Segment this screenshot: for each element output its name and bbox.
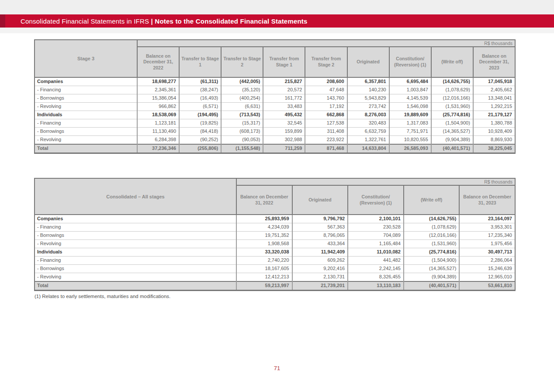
value-cell: 159,899 xyxy=(263,128,305,136)
value-cell: 17,192 xyxy=(305,103,347,111)
table-row: - Borrowings18,167,6059,202,4162,242,145… xyxy=(35,265,515,273)
row-label: - Revolving xyxy=(35,273,236,282)
value-cell: 127,538 xyxy=(305,119,347,128)
value-cell: 11,010,082 xyxy=(348,248,404,257)
value-cell: 13,110,183 xyxy=(348,281,404,291)
table-total-row: Total37,236,346(255,806)(1,155,548)711,2… xyxy=(35,144,515,153)
value-cell: (25,774,816) xyxy=(431,111,473,119)
column-header: Balance on December 31, 2022 xyxy=(137,47,179,77)
value-cell: 8,796,065 xyxy=(292,232,348,240)
value-cell: 17,235,340 xyxy=(459,232,515,240)
value-cell: (608,173) xyxy=(221,128,263,136)
value-cell: 273,742 xyxy=(347,103,389,111)
consolidated-table: Consolidated – All stages R$ thousands B… xyxy=(34,178,516,291)
value-cell: 37,236,346 xyxy=(137,144,179,153)
value-cell: (1,078,629) xyxy=(431,86,473,94)
row-label: - Financing xyxy=(35,257,236,265)
table-row: - Revolving966,862(6,571)(6,631)33,48317… xyxy=(35,103,515,111)
value-cell: (14,365,527) xyxy=(431,128,473,136)
value-cell: (12,016,166) xyxy=(404,232,460,240)
page-title: Consolidated Financial Statements in IFR… xyxy=(21,17,308,25)
value-cell: 711,259 xyxy=(263,144,305,153)
row-label: Individuals xyxy=(35,248,236,257)
value-cell: (14,626,755) xyxy=(404,215,460,223)
value-cell: (12,016,166) xyxy=(431,94,473,103)
value-cell: 19,889,609 xyxy=(389,111,431,119)
column-header: Transfer from Stage 2 xyxy=(305,47,347,77)
column-header: Balance on December 31, 2023 xyxy=(459,185,515,215)
row-label: - Financing xyxy=(35,223,236,232)
value-cell: (19,825) xyxy=(179,119,221,128)
value-cell: 6,357,801 xyxy=(347,77,389,86)
value-cell: (9,904,389) xyxy=(404,273,460,282)
stage3-table: Stage 3 R$ thousands Balance on December… xyxy=(34,39,516,154)
value-cell: 10,820,555 xyxy=(389,136,431,145)
value-cell: 1,380,788 xyxy=(473,119,515,128)
value-cell: 320,483 xyxy=(347,119,389,128)
row-label: Total xyxy=(35,281,236,291)
row-label: - Borrowings xyxy=(35,265,236,273)
footnote: (1) Relates to early settlements, maturi… xyxy=(35,294,170,299)
value-cell: (16,493) xyxy=(179,94,221,103)
value-cell: 7,751,971 xyxy=(389,128,431,136)
value-cell: 2,100,101 xyxy=(348,215,404,223)
header-accent-block xyxy=(0,14,5,28)
page-title-regular: Consolidated Financial Statements in IFR… xyxy=(21,17,149,25)
value-cell: 47,648 xyxy=(305,86,347,94)
value-cell: 6,284,398 xyxy=(137,136,179,145)
page-title-bold: Notes to the Consolidated Financial Stat… xyxy=(155,17,307,25)
column-header: Transfer from Stage 1 xyxy=(263,47,305,77)
value-cell: 1,123,181 xyxy=(137,119,179,128)
unit-row: Consolidated – All stages R$ thousands xyxy=(35,178,515,185)
value-cell: 19,751,352 xyxy=(236,232,292,240)
column-header: (Write off) xyxy=(404,185,460,215)
value-cell: 3,953,301 xyxy=(459,223,515,232)
table-row: - Revolving1,908,568433,3641,165,484(1,5… xyxy=(35,240,515,248)
value-cell: 2,242,145 xyxy=(348,265,404,273)
value-cell: 11,942,409 xyxy=(292,248,348,257)
table-row: Companies25,893,9599,796,7922,100,101(14… xyxy=(35,215,515,223)
value-cell: 59,213,997 xyxy=(236,281,292,291)
unit-row: Stage 3 R$ thousands xyxy=(35,40,515,47)
value-cell: (14,365,527) xyxy=(404,265,460,273)
value-cell: 23,164,097 xyxy=(459,215,515,223)
value-cell: 1,975,456 xyxy=(459,240,515,248)
table-corner-label: Consolidated – All stages xyxy=(35,178,236,215)
value-cell: 6,695,484 xyxy=(389,77,431,86)
value-cell: (1,078,629) xyxy=(404,223,460,232)
row-label: - Revolving xyxy=(35,136,137,145)
value-cell: 38,225,045 xyxy=(473,144,515,153)
value-cell: 10,928,409 xyxy=(473,128,515,136)
column-header: Balance on December 31, 2022 xyxy=(236,185,292,215)
value-cell: (1,531,960) xyxy=(431,103,473,111)
value-cell: 1,317,083 xyxy=(389,119,431,128)
value-cell: 5,943,829 xyxy=(347,94,389,103)
row-label: Companies xyxy=(35,215,236,223)
value-cell: 1,322,761 xyxy=(347,136,389,145)
value-cell: 1,908,568 xyxy=(236,240,292,248)
value-cell: 18,698,277 xyxy=(137,77,179,86)
column-header: Transfer to Stage 1 xyxy=(179,47,221,77)
value-cell: 12,965,010 xyxy=(459,273,515,282)
value-cell: (35,120) xyxy=(221,86,263,94)
table-row: - Borrowings15,386,054(16,493)(400,254)1… xyxy=(35,94,515,103)
value-cell: 12,412,213 xyxy=(236,273,292,282)
value-cell: (40,401,571) xyxy=(431,144,473,153)
value-cell: 18,538,069 xyxy=(137,111,179,119)
value-cell: (90,252) xyxy=(179,136,221,145)
row-label: - Borrowings xyxy=(35,128,137,136)
row-label: Companies xyxy=(35,77,137,86)
value-cell: 9,796,792 xyxy=(292,215,348,223)
value-cell: 13,348,041 xyxy=(473,94,515,103)
value-cell: 18,167,605 xyxy=(236,265,292,273)
row-label: - Borrowings xyxy=(35,94,137,103)
value-cell: 21,739,201 xyxy=(292,281,348,291)
value-cell: 14,633,804 xyxy=(347,144,389,153)
value-cell: 6,632,759 xyxy=(347,128,389,136)
value-cell: 230,528 xyxy=(348,223,404,232)
value-cell: 2,405,662 xyxy=(473,86,515,94)
table-row: - Financing1,123,181(19,825)(15,317)32,5… xyxy=(35,119,515,128)
value-cell: 26,585,093 xyxy=(389,144,431,153)
column-header: Constitution/ (Reversion) (1) xyxy=(389,47,431,77)
value-cell: 33,483 xyxy=(263,103,305,111)
